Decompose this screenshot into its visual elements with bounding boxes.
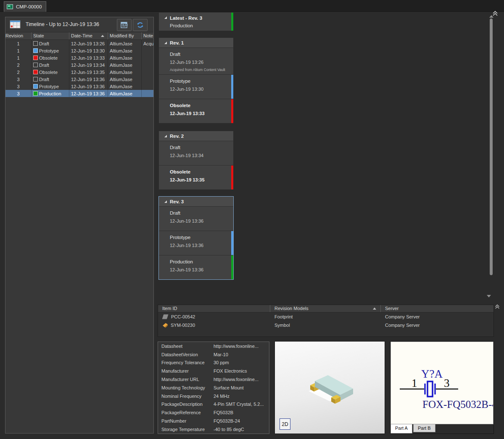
scroll-down-arrow[interactable] [487, 295, 491, 297]
sort-ascending-icon [373, 308, 376, 310]
timeline-grid-icon [10, 20, 21, 29]
parameter-value: FQ5032B-24 [214, 418, 269, 423]
tab-cmp-00000[interactable]: CMP-00000 [4, 1, 46, 12]
column-header-datetime[interactable]: Date-Time [69, 32, 108, 39]
cell-note: Acquir [142, 40, 153, 47]
revision-history-table: Revision State Date-Time Modified By Not… [5, 32, 153, 97]
model-row[interactable]: SYM-00230SymbolCompany Server [158, 321, 493, 329]
column-header-modified-by[interactable]: Modified By [108, 32, 142, 39]
parameter-value[interactable]: http://www.foxonline... [214, 344, 269, 349]
parameter-name: DatasheetVersion [158, 352, 214, 357]
entry-state: Draft [170, 145, 233, 150]
symbol-designator: Y?A [421, 368, 443, 380]
parameters-table: Datasheethttp://www.foxonline...Datashee… [158, 342, 269, 434]
timeline-row[interactable]: 3Production12-Jun-19 13:36AltiumJase [5, 90, 153, 97]
table-header-row: Revision State Date-Time Modified By Not… [5, 32, 153, 40]
column-header-revision-models-label: Revision Models [274, 306, 309, 311]
tab-part-a[interactable]: Part A [391, 424, 412, 434]
column-header-note[interactable]: Note [142, 32, 153, 39]
cell-modified-by: AltiumJase [108, 61, 142, 68]
revision-group-header[interactable]: Rev. 2 [159, 131, 233, 141]
cell-revision: 1 [5, 54, 32, 61]
collapse-triangle-icon[interactable] [164, 134, 167, 138]
cell-note [142, 61, 153, 68]
collapse-models-icon[interactable] [494, 304, 501, 310]
parameter-row: DatasheetVersionMar-10 [158, 350, 269, 359]
column-header-server[interactable]: Server [381, 305, 493, 312]
parameter-value: 24 MHz [214, 394, 269, 399]
cell-modified-by: AltiumJase [108, 90, 142, 97]
tab-part-b[interactable]: Part B [413, 424, 435, 432]
revision-state-entry[interactable]: Obsolete12-Jun-19 13:35 [159, 165, 233, 189]
collapse-triangle-icon[interactable] [164, 200, 167, 203]
collapse-triangle-icon[interactable] [164, 41, 167, 45]
column-header-state[interactable]: State [32, 32, 69, 39]
parameter-row: Mounting TechnologySurface Mount [158, 384, 269, 392]
cell-note [142, 76, 153, 83]
cell-datetime: 12-Jun-19 13:34 [69, 61, 108, 68]
cell-datetime: 12-Jun-19 13:36 [69, 90, 108, 97]
revision-group-header[interactable]: Rev. 1 [159, 38, 233, 47]
timeline-report-button[interactable] [117, 19, 132, 31]
parameter-row: PackageDescription4-Pin SMT Crystal, 5.2… [158, 400, 269, 409]
revision-group: Rev. 2Draft12-Jun-19 13:34Obsolete12-Jun… [159, 131, 233, 189]
parameter-row: PartNumberFQ5032B-24 [158, 417, 269, 425]
entry-state: Prototype [170, 235, 233, 240]
timeline-row[interactable]: 3Prototype12-Jun-19 13:36AltiumJase [5, 83, 153, 90]
column-header-item-id[interactable]: Item ID [158, 305, 270, 312]
column-header-revision-models[interactable]: Revision Models [270, 305, 381, 312]
app-window: CMP-00000 Timeline - Up to 12-Jun-19 13:… [0, 0, 504, 439]
cell-model-type: Footprint [270, 314, 381, 319]
entry-state: Draft [170, 210, 233, 216]
state-swatch-draft [33, 41, 38, 46]
models-header-row: Item ID Revision Models Server [158, 305, 493, 313]
cell-server: Company Server [381, 314, 493, 319]
timeline-refresh-button[interactable] [133, 19, 148, 31]
model-row[interactable]: PCC-00542FootprintCompany Server [158, 313, 493, 321]
scroll-up-arrow[interactable] [489, 15, 493, 18]
parameter-name: Datasheet [158, 344, 214, 349]
revision-state-entry[interactable]: Draft12-Jun-19 13:36 [159, 206, 233, 231]
2d-mode-button[interactable]: 2D [280, 418, 290, 430]
revision-models-table: Item ID Revision Models Server PCC-00542… [158, 305, 494, 337]
component-icon [7, 4, 13, 10]
revision-state-entry[interactable]: Prototype12-Jun-19 13:36 [159, 231, 233, 255]
footprint-3d-preview[interactable]: 2D [274, 341, 385, 434]
revision-cards-column: Latest - Rev. 3 Production Rev. 1Draft12… [159, 11, 233, 289]
timeline-row[interactable]: 2Draft12-Jun-19 13:34AltiumJase [5, 61, 153, 68]
entry-datetime: 12-Jun-19 13:34 [170, 153, 233, 158]
parameter-value[interactable]: http://www.foxonline... [214, 377, 269, 382]
entry-datetime: 12-Jun-19 13:36 [170, 243, 233, 248]
timeline-row[interactable]: 1Obsolete12-Jun-19 13:33AltiumJase [5, 54, 153, 61]
revision-state-entry[interactable]: Prototype12-Jun-19 13:30 [159, 74, 233, 99]
state-swatch-production [33, 91, 38, 96]
revision-state-entry[interactable]: Draft12-Jun-19 13:26Acquired from Altium… [159, 47, 233, 74]
state-label: Production [39, 91, 61, 96]
revision-group-title: Rev. 1 [170, 40, 184, 45]
parameter-value: 4-Pin SMT Crystal, 5.2... [214, 402, 269, 407]
item-id-label: PCC-00542 [171, 314, 195, 319]
scrollbar-thumb[interactable] [490, 18, 493, 275]
latest-revision-card[interactable]: Latest - Rev. 3 Production [159, 13, 233, 31]
latest-revision-state: Production [170, 23, 193, 28]
cell-note [142, 83, 153, 90]
column-header-revision[interactable]: Revision [5, 32, 32, 39]
symbol-pin3-number: 3 [444, 377, 450, 389]
cell-modified-by: AltiumJase [108, 40, 142, 47]
revision-state-entry[interactable]: Production12-Jun-19 13:36 [159, 255, 233, 279]
collapse-triangle-icon[interactable] [164, 16, 167, 19]
entry-datetime: 12-Jun-19 13:26 [170, 60, 233, 65]
revision-state-entry[interactable]: Draft12-Jun-19 13:34 [159, 141, 233, 165]
cell-state: Prototype [32, 83, 69, 90]
state-label: Obsolete [39, 70, 58, 75]
timeline-row[interactable]: 1Prototype12-Jun-19 13:30AltiumJase [5, 47, 153, 54]
state-swatch-draft [33, 77, 38, 81]
lifecycle-bar [231, 255, 233, 279]
symbol-part-tabs: Part A Part B [391, 424, 435, 434]
cell-revision: 1 [5, 40, 32, 47]
timeline-row[interactable]: 3Draft12-Jun-19 13:36AltiumJase [5, 76, 153, 83]
timeline-row[interactable]: 2Obsolete12-Jun-19 13:35AltiumJase [5, 68, 153, 76]
revision-group-header[interactable]: Rev. 3 [159, 197, 233, 206]
timeline-row[interactable]: 1Draft12-Jun-19 13:26AltiumJaseAcquir [5, 40, 153, 47]
revision-state-entry[interactable]: Obsolete12-Jun-19 13:33 [159, 99, 233, 123]
